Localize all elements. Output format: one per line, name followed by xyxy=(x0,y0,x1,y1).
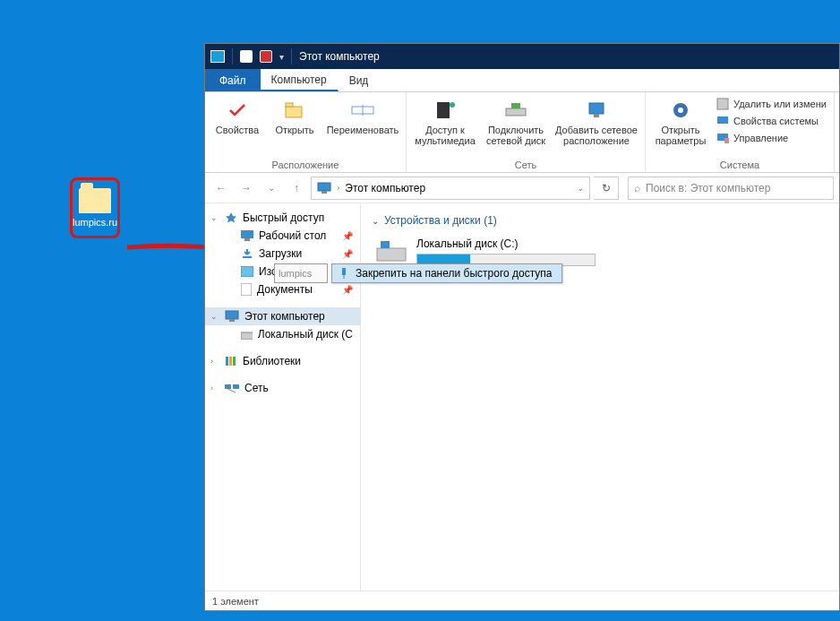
drive-icon xyxy=(375,237,407,263)
svg-rect-31 xyxy=(377,248,406,261)
navigation-bar: ← → ⌄ ↑ › Этот компьютер ⌄ ↻ ⌕ Поиск в: … xyxy=(205,173,839,203)
libraries-icon xyxy=(225,355,237,367)
svg-rect-27 xyxy=(233,357,236,366)
svg-rect-8 xyxy=(589,103,604,114)
explorer-window: ▾ Этот компьютер Файл Компьютер Вид Свой… xyxy=(204,43,840,611)
monitor-icon xyxy=(716,114,730,128)
open-button[interactable]: Открыть xyxy=(268,96,321,137)
history-dropdown[interactable]: ⌄ xyxy=(261,177,282,199)
quick-access-properties-icon[interactable] xyxy=(260,50,272,63)
refresh-button[interactable]: ↻ xyxy=(594,177,619,200)
chevron-down-icon[interactable]: ⌄ xyxy=(210,312,218,321)
this-pc-icon xyxy=(210,50,225,63)
star-icon xyxy=(225,211,237,224)
sidebar-downloads[interactable]: Загрузки 📌 xyxy=(205,245,360,263)
search-icon: ⌕ xyxy=(634,182,640,194)
open-folder-icon xyxy=(282,98,307,123)
svg-rect-23 xyxy=(229,319,235,322)
search-placeholder: Поиск в: Этот компьютер xyxy=(646,182,770,194)
sidebar-quick-access[interactable]: ⌄ Быстрый доступ xyxy=(205,209,360,227)
desktop-folder-lumpics[interactable]: lumpics.ru xyxy=(70,177,120,238)
svg-rect-18 xyxy=(241,230,253,238)
chevron-down-icon[interactable]: ⌄ xyxy=(210,213,218,222)
ribbon-group-system: Открыть параметры Удалить или измени Сво… xyxy=(646,92,835,172)
svg-rect-7 xyxy=(511,103,520,108)
rename-button[interactable]: Переименовать xyxy=(325,96,400,137)
status-bar: 1 элемент xyxy=(205,591,839,610)
drive-info: Локальный диск (С:) xyxy=(416,237,596,266)
sidebar-desktop[interactable]: Рабочий стол 📌 xyxy=(205,227,360,245)
sidebar-local-disk[interactable]: Локальный диск (С xyxy=(205,325,360,343)
pictures-icon xyxy=(241,266,253,277)
properties-button[interactable]: Свойства xyxy=(210,96,264,137)
window-title: Этот компьютер xyxy=(299,50,380,63)
label: Закрепить на панели быстрого доступа xyxy=(356,267,553,280)
svg-rect-25 xyxy=(226,357,228,366)
manage-button[interactable]: Управление xyxy=(714,130,828,146)
context-pin-to-quick-access[interactable]: Закрепить на панели быстрого доступа xyxy=(332,264,561,282)
svg-rect-6 xyxy=(506,108,526,116)
manage-icon xyxy=(716,131,730,145)
label: Устройства и диски (1) xyxy=(384,214,497,227)
devices-section-header[interactable]: ⌄ Устройства и диски (1) xyxy=(372,214,828,227)
drop-context-menu: Закрепить на панели быстрого доступа xyxy=(331,263,562,283)
chevron-down-icon: ⌄ xyxy=(372,216,379,226)
media-icon xyxy=(433,98,458,123)
open-settings-button[interactable]: Открыть параметры xyxy=(651,96,710,148)
svg-rect-20 xyxy=(241,266,253,277)
drive-name: Локальный диск (С:) xyxy=(416,237,596,250)
chevron-right-icon[interactable]: › xyxy=(210,384,213,392)
svg-rect-4 xyxy=(437,102,450,118)
quick-access-toolbar-icon[interactable] xyxy=(240,50,253,63)
gear-icon xyxy=(668,98,693,123)
window-body: ⌄ Быстрый доступ Рабочий стол 📌 Загрузки… xyxy=(205,203,839,591)
sidebar-network[interactable]: › Сеть xyxy=(205,379,360,397)
label: Сеть xyxy=(244,382,269,394)
search-input[interactable]: ⌕ Поиск в: Этот компьютер xyxy=(628,177,834,200)
svg-rect-0 xyxy=(286,107,302,117)
sidebar-libraries[interactable]: › Библиотеки xyxy=(205,352,360,370)
back-button[interactable]: ← xyxy=(210,177,232,199)
tab-computer[interactable]: Компьютер xyxy=(261,69,339,91)
desktop-icon-label: lumpics.ru xyxy=(73,217,117,228)
chevron-down-icon[interactable]: ⌄ xyxy=(577,183,584,193)
svg-rect-26 xyxy=(229,357,232,366)
separator xyxy=(291,48,292,65)
label: Документы xyxy=(257,283,313,296)
chevron-right-icon[interactable]: › xyxy=(210,357,213,366)
titlebar[interactable]: ▾ Этот компьютер xyxy=(205,44,839,69)
document-icon xyxy=(241,283,252,296)
up-button[interactable]: ↑ xyxy=(286,177,307,199)
tab-view[interactable]: Вид xyxy=(339,69,381,91)
navigation-pane: ⌄ Быстрый доступ Рабочий стол 📌 Загрузки… xyxy=(205,203,361,591)
uninstall-button[interactable]: Удалить или измени xyxy=(714,96,828,112)
map-drive-button[interactable]: Подключить сетевой диск xyxy=(482,96,550,148)
label: Локальный диск (С xyxy=(258,328,353,341)
svg-rect-15 xyxy=(724,138,729,143)
chevron-down-icon[interactable]: ▾ xyxy=(279,52,284,62)
address-path: Этот компьютер xyxy=(345,182,425,194)
tab-file[interactable]: Файл xyxy=(205,69,261,91)
label: Доступ к мультимедиа xyxy=(414,125,476,146)
label: Быстрый доступ xyxy=(243,211,324,224)
label: Рабочий стол xyxy=(259,229,326,242)
forward-button[interactable]: → xyxy=(236,177,257,199)
ribbon: Свойства Открыть Переименовать Расположе… xyxy=(205,92,839,173)
label: Загрузки xyxy=(259,247,302,260)
network-drive-icon xyxy=(503,98,528,123)
uninstall-icon xyxy=(716,97,730,111)
svg-rect-17 xyxy=(321,191,327,194)
svg-rect-13 xyxy=(717,116,728,124)
label: Библиотеки xyxy=(243,355,301,367)
system-properties-button[interactable]: Свойства системы xyxy=(714,113,828,129)
content-pane[interactable]: ⌄ Устройства и диски (1) Локальный диск … xyxy=(361,203,839,591)
media-access-button[interactable]: Доступ к мультимедиа xyxy=(412,96,478,148)
svg-line-30 xyxy=(227,389,236,392)
add-network-location-button[interactable]: Добавить сетевое расположение xyxy=(553,96,639,148)
address-bar[interactable]: › Этот компьютер ⌄ xyxy=(311,177,590,200)
group-label: Сеть xyxy=(515,160,536,170)
label: Открыть xyxy=(275,125,313,135)
sidebar-this-pc[interactable]: ⌄ Этот компьютер xyxy=(205,307,360,325)
sidebar-documents[interactable]: Документы 📌 xyxy=(205,280,360,298)
chevron-right-icon[interactable]: › xyxy=(337,183,339,193)
